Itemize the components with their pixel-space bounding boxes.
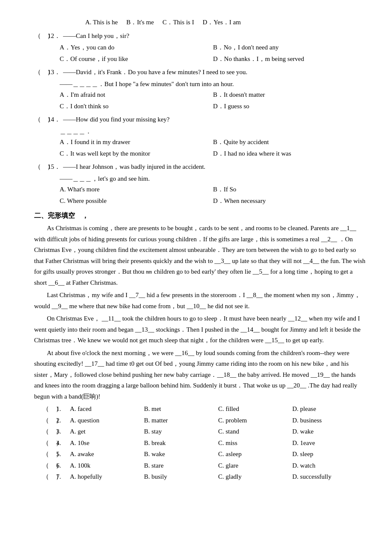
ans3-c: C. stand [218,426,292,437]
q15-number: 15． [48,162,63,173]
q15-choice-c: C. Where possible [60,196,213,207]
q12-stem: ——Can I help you，sir? [63,31,366,42]
q15-bracket-open: （ [34,162,41,173]
ans5-items: A. awake B. wake C. asleep D. sleep [70,449,366,460]
ans5-d: D. sleep [292,449,366,460]
ans3-items: A. get B. stay C. stand D. wake [70,426,366,437]
ans5-a: A. awake [70,449,144,460]
answer-row-5: （ ） 5. A. awake B. wake C. asleep D. sle… [43,449,366,460]
section2-title: 二、完形填空 ， [34,210,366,221]
ans5-bracket-open: （ [43,449,49,460]
ans3-a: A. get [70,426,144,437]
ans7-a: A. hopefully [70,471,144,483]
cloze-answers: （ ） 1. A. faced B. met C. filled D. plea… [43,404,366,483]
q14-choice-c: C．It was well kept by the monitor [60,148,213,159]
question-15: （ ） 15． ——I hear Johnson，was badly injur… [34,162,366,206]
q14-choice-d: D．I had no idea where it was [213,148,366,159]
q13-stem: ——David，it's Frank．Do you have a few min… [63,67,366,78]
ans2-bracket-open: （ [43,415,49,426]
q12-choices: A．Yes，you can do B．No，I don't need any C… [60,42,366,64]
q15-choice-b: B．If So [213,184,366,195]
answer-row-2: （ ） 2. A. question B. matter C. problem … [43,415,366,426]
q15-subline: ——＿＿＿，let's go and see him. [60,173,366,185]
ans7-c: C. gladly [218,471,292,483]
ans7-items: A. hopefully B. busily C. gladly D. succ… [70,471,366,483]
ans6-a: A. 100k [70,460,144,471]
q12-bracket-open: （ [34,31,41,42]
ans3-num: 3. [56,426,70,437]
q12-choice-a: A．Yes，you can do [60,42,213,53]
ans3-bracket-space: ） [49,426,56,437]
ans4-a: A. 10se [70,438,144,449]
q13-choice-b: B．It doesn't matter [213,90,366,101]
ans2-num: 2. [56,415,70,426]
q14-bracket-open: （ [34,114,41,125]
q15-sub: ——＿＿＿，let's go and see him. [60,175,150,182]
answer-row-1: （ ） 1. A. faced B. met C. filled D. plea… [43,404,366,415]
q15-bracket-close: ） [41,162,48,173]
prev-opt-c: C．This is I [162,17,194,28]
ans6-bracket-open: （ [43,460,49,471]
ans1-bracket-space: ） [49,404,56,415]
prev-opt-d: D．Yes．I am [202,17,241,28]
answer-row-4: （ ） 4. A. 10se B. break C. miss D. 1eave [43,438,366,449]
ans5-c: C. asleep [218,449,292,460]
ans6-b: B. stare [144,460,218,471]
question-14: （ ） 14． ——How did you find your missing … [34,114,366,159]
q14-choice-b: B．Quite by accident [213,137,366,148]
q13-sub: ——＿＿＿＿．But I hope "a few minutes" don't … [60,81,234,87]
ans2-items: A. question B. matter C. problem D. busi… [70,415,366,426]
ans5-b: B. wake [144,449,218,460]
passage-paragraph-1: As Christmas is coming，there are present… [34,223,366,288]
ans2-d: D. business [292,415,366,426]
passage-paragraph-3: On Christmas Eve， __11__ took the childr… [34,313,366,346]
ans2-bracket-space: ） [49,415,56,426]
q13-choice-d: D．I guess so [213,101,366,112]
ans4-c: C. miss [218,438,292,449]
ans6-items: A. 100k B. stare C. glare D. watch [70,460,366,471]
answer-row-6: （ ） 6. A. 100k B. stare C. glare D. watc… [43,460,366,471]
q12-number: 12． [48,31,63,42]
ans4-b: B. break [144,438,218,449]
q12-bracket-close: ） [41,31,48,42]
q13-bracket-close: ） [41,67,48,78]
q13-choices: A．I'm afraid not B．It doesn't matter C．I… [60,90,366,112]
q14-choices: A．I found it in my drawer B．Quite by acc… [60,137,366,159]
ans6-bracket-space: ） [49,460,56,471]
ans1-num: 1. [56,404,70,415]
ans4-bracket-space: ） [49,438,56,449]
ans3-d: D. wake [292,426,366,437]
ans2-c: C. problem [218,415,292,426]
prev-opt-a: A. This is he [85,17,118,28]
ans3-b: B. stay [144,426,218,437]
ans4-d: D. 1eave [292,438,366,449]
ans7-d: D. successfully [292,471,366,483]
q13-subline: ——＿＿＿＿．But I hope "a few minutes" don't … [60,79,366,90]
ans6-c: C. glare [218,460,292,471]
q14-number: 14． [48,114,63,125]
q14-stem: ——How did you find your missing key? [63,114,366,125]
ans7-num: 7. [56,471,70,483]
ans4-bracket-open: （ [43,438,49,449]
ans6-num: 6. [56,460,70,471]
q15-stem: ——I hear Johnson，was badly injured in th… [63,162,366,173]
answer-row-3: （ ） 3. A. get B. stay C. stand D. wake [43,426,366,437]
q15-choices: A. What's more B．If So C. Where possible… [60,184,366,206]
ans3-bracket-open: （ [43,426,49,437]
q14-choice-a: A．I found it in my drawer [60,137,213,148]
ans5-bracket-space: ） [49,449,56,460]
ans6-d: D. watch [292,460,366,471]
ans1-a: A. faced [70,404,144,415]
ans7-bracket-space: ） [49,471,56,483]
q15-choice-a: A. What's more [60,184,213,195]
answer-row-7: （ ） 7. A. hopefully B. busily C. gladly … [43,471,366,483]
q15-choice-d: D．When necessary [213,196,366,207]
q12-choice-d: D．No thanks．I，m being served [213,54,366,65]
q13-choice-a: A．I'm afraid not [60,90,213,101]
ans1-b: B. met [144,404,218,415]
q13-number: 13． [48,67,63,78]
ans5-num: 5. [56,449,70,460]
q12-choice-b: B．No，I don't need any [213,42,366,53]
ans2-b: B. matter [144,415,218,426]
ans1-bracket-open: （ [43,404,49,415]
